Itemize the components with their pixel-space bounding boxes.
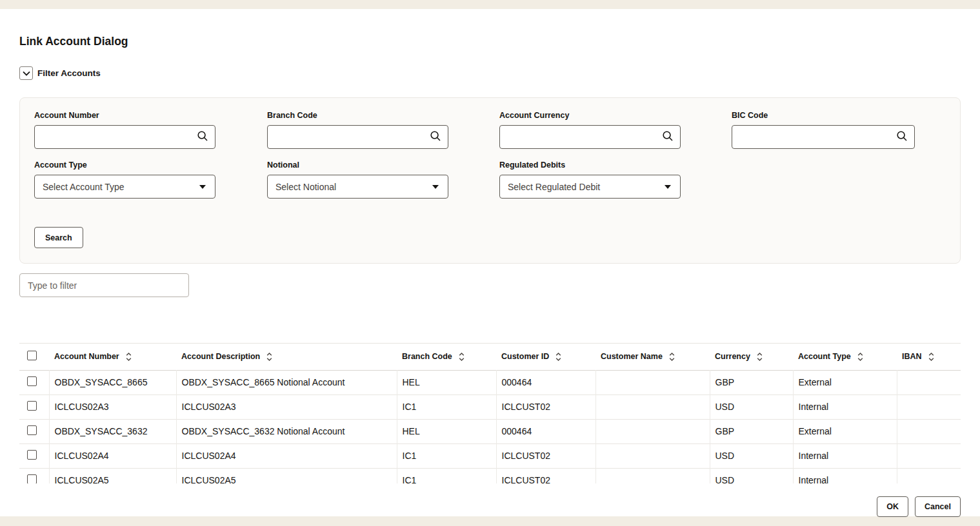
- branch-code-input[interactable]: [268, 126, 430, 148]
- table-row: ICLCUS02A3ICLCUS02A3IC1ICLCUST02USDInter…: [19, 394, 961, 419]
- table-row: ICLCUS02A5ICLCUS02A5IC1ICLCUST02USDInter…: [19, 468, 961, 483]
- filter-accounts-toggle[interactable]: Filter Accounts: [19, 66, 101, 80]
- row-select-cell: [19, 468, 49, 483]
- sort-icon[interactable]: [266, 352, 272, 362]
- column-header-customer-name[interactable]: Customer Name: [595, 344, 710, 370]
- search-icon: [430, 130, 441, 144]
- notional-select[interactable]: Select Notional: [267, 175, 448, 199]
- account-type-label: Account Type: [34, 161, 215, 170]
- regulated-debits-select-value: Select Regulated Debit: [508, 182, 600, 192]
- column-header-account-number[interactable]: Account Number: [49, 344, 176, 370]
- account-number-field-group: Account Number: [34, 111, 215, 149]
- table-cell: ICLCUST02: [496, 468, 595, 483]
- table-cell: [897, 468, 961, 483]
- row-select-cell: [19, 443, 49, 468]
- search-icon: [197, 130, 208, 144]
- account-currency-input[interactable]: [500, 126, 662, 148]
- account-currency-label: Account Currency: [499, 111, 681, 120]
- table-row: OBDX_SYSACC_8665OBDX_SYSACC_8665 Notiona…: [19, 370, 961, 394]
- table-cell: Internal: [793, 468, 897, 483]
- table-cell: [595, 468, 710, 483]
- table-cell: OBDX_SYSACC_8665: [49, 370, 176, 394]
- column-header-label: Account Number: [54, 352, 119, 361]
- column-header-customer-id[interactable]: Customer ID: [496, 344, 595, 370]
- row-checkbox[interactable]: [27, 376, 37, 386]
- column-header-label: Branch Code: [402, 352, 452, 361]
- account-type-select-value: Select Account Type: [43, 182, 125, 192]
- row-checkbox[interactable]: [27, 450, 37, 460]
- table-cell: ICLCUS02A5: [49, 468, 176, 483]
- column-header-account-description[interactable]: Account Description: [176, 344, 397, 370]
- sort-icon[interactable]: [459, 352, 465, 362]
- notional-select-value: Select Notional: [275, 182, 336, 192]
- table-cell: ICLCUS02A4: [49, 443, 176, 468]
- row-checkbox[interactable]: [27, 474, 37, 483]
- column-header-branch-code[interactable]: Branch Code: [397, 344, 496, 370]
- table-cell: External: [793, 419, 897, 443]
- table-cell: GBP: [710, 419, 793, 443]
- table-cell: Internal: [793, 394, 897, 419]
- table-cell: [897, 394, 961, 419]
- row-select-cell: [19, 370, 49, 394]
- table-cell: [897, 370, 961, 394]
- search-icon: [662, 130, 674, 144]
- table-cell: [595, 394, 710, 419]
- dialog-footer: OK Cancel: [877, 496, 961, 517]
- table-cell: 000464: [496, 419, 595, 443]
- sort-icon[interactable]: [126, 352, 132, 362]
- filter-accounts-label: Filter Accounts: [37, 68, 101, 78]
- table-cell: External: [793, 370, 897, 394]
- account-type-select[interactable]: Select Account Type: [34, 175, 215, 199]
- table-cell: IC1: [397, 443, 496, 468]
- sort-icon[interactable]: [857, 352, 863, 362]
- column-header-iban[interactable]: IBAN: [897, 344, 961, 370]
- notional-label: Notional: [267, 161, 448, 170]
- dropdown-caret-icon: [432, 185, 439, 189]
- page-title: Link Account Dialog: [19, 35, 128, 48]
- notional-field-group: Notional Select Notional: [267, 161, 448, 199]
- column-header-label: IBAN: [902, 352, 922, 361]
- top-background-strip: [0, 0, 980, 9]
- column-header-currency[interactable]: Currency: [710, 344, 793, 370]
- link-account-dialog: Link Account Dialog Filter Accounts Acco…: [0, 9, 980, 516]
- table-body: OBDX_SYSACC_8665OBDX_SYSACC_8665 Notiona…: [19, 370, 961, 483]
- account-type-field-group: Account Type Select Account Type: [34, 161, 215, 199]
- account-number-label: Account Number: [34, 111, 215, 120]
- table-cell: ICLCUS02A4: [176, 443, 397, 468]
- bic-code-input[interactable]: [732, 126, 896, 148]
- filter-panel: Account Number Branch Code Account Curre…: [19, 97, 961, 264]
- table-cell: OBDX_SYSACC_3632 Notional Account: [176, 419, 397, 443]
- table-cell: [897, 419, 961, 443]
- table-cell: USD: [710, 394, 793, 419]
- sort-icon[interactable]: [757, 352, 763, 362]
- chevron-down-icon[interactable]: [19, 66, 33, 80]
- table-cell: IC1: [397, 468, 496, 483]
- select-all-checkbox[interactable]: [27, 351, 37, 360]
- sort-icon[interactable]: [555, 352, 561, 362]
- table-cell: ICLCUS02A3: [176, 394, 397, 419]
- table-cell: ICLCUS02A3: [49, 394, 176, 419]
- accounts-table: Account NumberAccount DescriptionBranch …: [19, 343, 961, 483]
- bic-code-field-group: BIC Code: [732, 111, 915, 149]
- table-cell: [595, 370, 710, 394]
- account-number-input[interactable]: [35, 126, 197, 148]
- table-cell: Internal: [793, 443, 897, 468]
- column-header-account-type[interactable]: Account Type: [793, 344, 897, 370]
- cancel-button[interactable]: Cancel: [915, 496, 961, 517]
- table-row: ICLCUS02A4ICLCUS02A4IC1ICLCUST02USDInter…: [19, 443, 961, 468]
- row-checkbox[interactable]: [27, 425, 37, 435]
- column-header-label: Currency: [715, 352, 750, 361]
- table-cell: [595, 419, 710, 443]
- row-checkbox[interactable]: [27, 401, 37, 411]
- select-all-cell: [19, 344, 49, 370]
- row-select-cell: [19, 394, 49, 419]
- sort-icon[interactable]: [928, 352, 934, 362]
- ok-button[interactable]: OK: [877, 496, 908, 517]
- account-currency-field-group: Account Currency: [499, 111, 681, 149]
- sort-icon[interactable]: [669, 352, 675, 362]
- type-to-filter-input[interactable]: [19, 273, 189, 297]
- search-button[interactable]: Search: [34, 227, 83, 248]
- table-cell: 000464: [496, 370, 595, 394]
- regulated-debits-field-group: Regulated Debits Select Regulated Debit: [499, 161, 681, 199]
- regulated-debits-select[interactable]: Select Regulated Debit: [499, 175, 681, 199]
